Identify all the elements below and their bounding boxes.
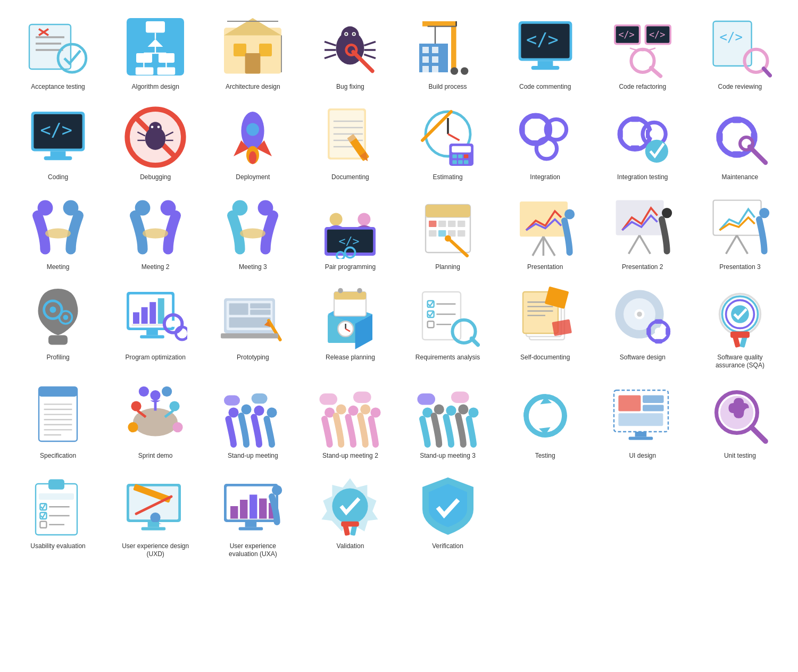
svg-point-31 [345, 33, 347, 35]
svg-rect-47 [422, 47, 429, 53]
list-item: Meeting 3 [205, 191, 300, 276]
list-item: Architecture design [205, 11, 300, 96]
svg-rect-162 [429, 221, 436, 227]
list-item: Prototyping [205, 281, 300, 374]
list-item: Integration testing [595, 101, 690, 186]
svg-rect-289 [353, 391, 371, 403]
list-item: Self-documenting [498, 281, 593, 374]
svg-point-82 [151, 125, 154, 128]
svg-rect-202 [140, 335, 164, 338]
svg-point-156 [358, 213, 371, 226]
svg-rect-50 [432, 56, 438, 63]
svg-point-322 [151, 513, 161, 523]
svg-point-28 [342, 27, 360, 45]
svg-rect-246 [655, 319, 662, 323]
list-item: Profiling [11, 281, 105, 374]
svg-point-293 [458, 404, 468, 414]
list-item: </> Code commenting [498, 11, 593, 96]
svg-point-123 [552, 125, 560, 133]
list-item: Sprint demo [108, 380, 203, 465]
list-item: </> </> Code refactoring [595, 11, 690, 96]
svg-point-291 [434, 404, 444, 414]
svg-point-184 [759, 208, 769, 218]
list-item: </> Pair programming [303, 191, 397, 276]
list-item: </> Code reviewing [693, 11, 787, 96]
list-item: UI design [595, 380, 690, 465]
svg-rect-282 [252, 393, 268, 404]
svg-marker-21 [224, 18, 281, 35]
svg-rect-118 [531, 113, 540, 119]
svg-line-67 [651, 68, 660, 77]
svg-rect-52 [432, 66, 438, 72]
list-item: Stand-up meeting 2 [303, 380, 397, 465]
svg-rect-207 [251, 309, 271, 315]
svg-line-183 [737, 236, 747, 254]
svg-rect-165 [458, 221, 465, 227]
list-item: Presentation 2 [595, 191, 690, 276]
list-item: Verification [401, 470, 495, 563]
svg-point-93 [249, 151, 256, 164]
svg-rect-248 [646, 327, 651, 335]
svg-rect-340 [342, 521, 360, 526]
svg-point-292 [446, 406, 456, 416]
svg-point-286 [361, 404, 371, 414]
svg-rect-192 [133, 312, 139, 324]
svg-text:</>: </> [526, 29, 559, 50]
svg-rect-300 [618, 396, 641, 411]
list-item: Stand-up meeting 3 [401, 380, 495, 465]
list-item: Usability evaluation [11, 470, 105, 563]
svg-text:</>: </> [649, 29, 665, 40]
svg-point-243 [637, 312, 642, 317]
svg-line-182 [726, 236, 737, 254]
svg-rect-42 [422, 21, 456, 27]
svg-point-270 [128, 422, 138, 432]
svg-rect-301 [643, 396, 664, 403]
svg-point-272 [162, 387, 172, 397]
svg-rect-296 [451, 391, 469, 403]
svg-rect-12 [136, 53, 152, 63]
list-item: Specification [11, 380, 105, 465]
svg-rect-76 [44, 156, 72, 160]
svg-rect-137 [733, 116, 742, 123]
list-item: Meeting [11, 191, 105, 276]
svg-rect-51 [422, 66, 429, 72]
list-item: User experience evaluation (UXA) [205, 470, 300, 563]
list-item: Integration [498, 101, 593, 186]
list-item: Testing [498, 380, 593, 465]
svg-rect-108 [452, 146, 471, 152]
list-item: Program optimization [108, 281, 203, 374]
svg-rect-120 [520, 125, 525, 134]
svg-rect-128 [630, 116, 639, 122]
list-item: Software design [595, 281, 690, 374]
svg-line-33 [325, 41, 336, 45]
svg-line-174 [543, 237, 555, 256]
list-item: Estimating [401, 101, 495, 186]
svg-point-180 [662, 208, 672, 218]
list-item: Requirements analysis [401, 281, 495, 374]
svg-point-218 [358, 288, 363, 293]
svg-point-83 [157, 125, 160, 128]
svg-point-134 [645, 139, 668, 162]
svg-point-200 [180, 331, 185, 336]
svg-point-267 [151, 390, 161, 400]
svg-point-91 [246, 123, 259, 136]
list-item: Algorithm design [108, 11, 203, 96]
svg-rect-111 [464, 154, 468, 158]
svg-text:</>: </> [720, 30, 743, 45]
svg-rect-109 [452, 154, 456, 158]
svg-rect-295 [417, 393, 435, 405]
svg-rect-247 [655, 339, 662, 343]
svg-point-186 [49, 306, 56, 313]
svg-rect-256 [730, 331, 750, 338]
svg-rect-167 [438, 230, 446, 237]
svg-rect-195 [158, 298, 164, 324]
list-item: </> Coding [11, 101, 105, 186]
svg-line-308 [752, 427, 766, 441]
svg-rect-172 [520, 201, 568, 237]
svg-rect-166 [429, 230, 436, 237]
svg-rect-334 [245, 522, 257, 527]
svg-rect-303 [618, 413, 663, 426]
svg-rect-169 [458, 230, 465, 237]
svg-rect-13 [159, 53, 174, 63]
svg-rect-138 [733, 151, 742, 157]
